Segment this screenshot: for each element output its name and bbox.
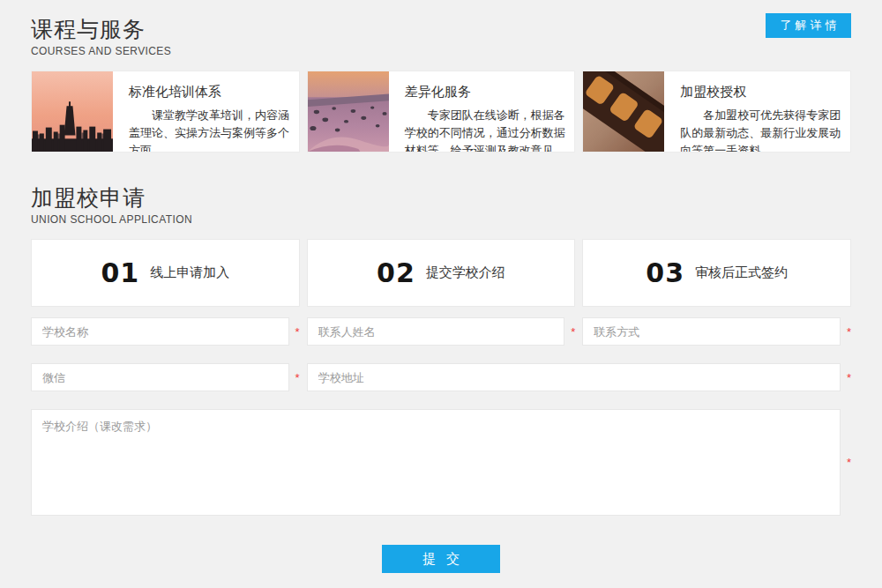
card-title: 标准化培训体系 [129,84,290,100]
field-contact-name: * [307,317,576,346]
service-cards: 标准化培训体系 课堂教学改革培训，内容涵盖理论、实操方法与案例等多个方面 [31,71,851,153]
required-asterisk: * [564,326,575,338]
step-sign-contract: 03 审核后正式签约 [582,239,851,307]
step-label: 审核后正式签约 [695,264,788,281]
application-section-header: 加盟校申请 UNION SCHOOL APPLICATION [31,184,851,226]
card-differentiated-service: 差异化服务 专家团队在线诊断，根据各学校的不同情况，通过分析数据材料等，给予评测… [307,71,576,153]
contact-method-input[interactable] [582,317,841,346]
city-skyline-sunset-image [32,71,113,152]
step-number: 02 [377,257,415,288]
learn-more-button[interactable]: 了解详情 [766,13,851,38]
field-school-name: * [31,317,300,346]
field-wechat: * [31,363,300,391]
school-introduction-textarea[interactable] [31,409,841,516]
step-submit-introduction: 02 提交学校介绍 [307,239,576,307]
submit-row: 提 交 [31,545,851,573]
required-asterisk: * [841,326,851,338]
card-description: 课堂教学改革培训，内容涵盖理论、实操方法与案例等多个方面 [129,107,290,153]
step-apply-online: 01 线上申请加入 [31,239,300,307]
card-body: 加盟校授权 各加盟校可优先获得专家团队的最新动态、最新行业发展动向等第一手资料 [664,71,850,152]
application-steps: 01 线上申请加入 02 提交学校介绍 03 审核后正式签约 [31,239,851,307]
application-title: 加盟校申请 [31,184,851,211]
field-school-address: * [307,363,851,391]
step-number: 03 [646,257,684,288]
desert-dusk-image [308,71,389,152]
submit-button[interactable]: 提 交 [382,545,500,573]
application-form: * * * * * * [31,317,851,516]
card-description: 专家团队在线诊断，根据各学校的不同情况，通过分析数据材料等，给予评测及教改意见 [405,107,566,153]
card-standard-training: 标准化培训体系 课堂教学改革培训，内容涵盖理论、实操方法与案例等多个方面 [31,71,300,153]
card-description: 各加盟校可优先获得专家团队的最新动态、最新行业发展动向等第一手资料 [680,107,841,153]
page: 课程与服务 COURSES AND SERVICES 了解详情 [0,0,882,588]
card-franchise-authorization: 加盟校授权 各加盟校可优先获得专家团队的最新动态、最新行业发展动向等第一手资料 [582,71,851,153]
courses-section-header: 课程与服务 COURSES AND SERVICES 了解详情 [31,0,851,57]
contact-name-input[interactable] [307,317,565,346]
step-label: 提交学校介绍 [426,264,505,281]
courses-title: 课程与服务 [31,16,851,42]
field-school-introduction: * [31,409,851,516]
card-title: 差异化服务 [405,84,566,100]
school-name-input[interactable] [31,317,289,346]
application-subtitle: UNION SCHOOL APPLICATION [31,213,851,226]
school-address-input[interactable] [307,363,841,391]
film-strip-image [583,71,664,152]
step-label: 线上申请加入 [150,264,229,281]
required-asterisk: * [841,372,851,383]
wechat-input[interactable] [31,363,289,391]
required-asterisk: * [289,372,300,383]
card-body: 差异化服务 专家团队在线诊断，根据各学校的不同情况，通过分析数据材料等，给予评测… [389,71,575,152]
card-title: 加盟校授权 [680,84,841,100]
courses-subtitle: COURSES AND SERVICES [31,45,851,57]
card-body: 标准化培训体系 课堂教学改革培训，内容涵盖理论、实操方法与案例等多个方面 [113,71,299,152]
step-number: 01 [101,257,139,288]
field-contact-method: * [582,317,851,346]
required-asterisk: * [841,457,851,468]
required-asterisk: * [289,326,300,338]
